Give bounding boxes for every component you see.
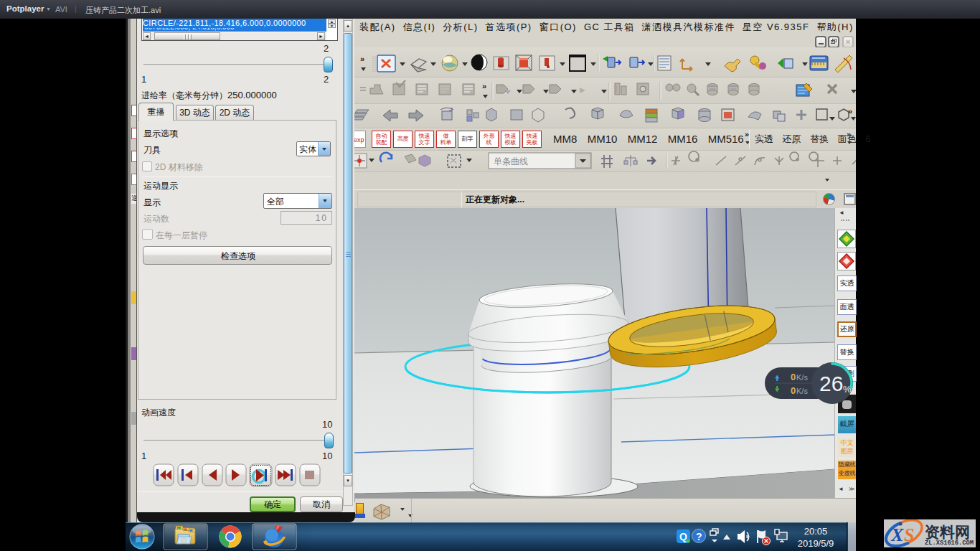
svg-text:?: ?	[696, 531, 702, 542]
svg-text:»: »	[482, 82, 486, 90]
svg-text:X: X	[890, 524, 904, 545]
svg-text:2019/5/9: 2019/5/9	[798, 538, 834, 549]
svg-text:Q: Q	[679, 531, 687, 542]
svg-text:K/s: K/s	[796, 373, 808, 382]
svg-text:26: 26	[819, 372, 843, 395]
svg-text:20:05: 20:05	[804, 526, 828, 537]
svg-text:资料网: 资料网	[925, 524, 970, 540]
svg-text:»: »	[360, 55, 364, 63]
svg-text:0: 0	[791, 372, 796, 382]
svg-text:ZL.XS1616.COM: ZL.XS1616.COM	[925, 540, 974, 547]
svg-text:0: 0	[791, 385, 796, 396]
svg-text:»: »	[848, 107, 852, 116]
svg-text:单条曲线: 单条曲线	[494, 156, 528, 166]
svg-text:%: %	[843, 384, 852, 395]
svg-text:S: S	[904, 524, 914, 545]
svg-text:K/s: K/s	[796, 387, 808, 395]
